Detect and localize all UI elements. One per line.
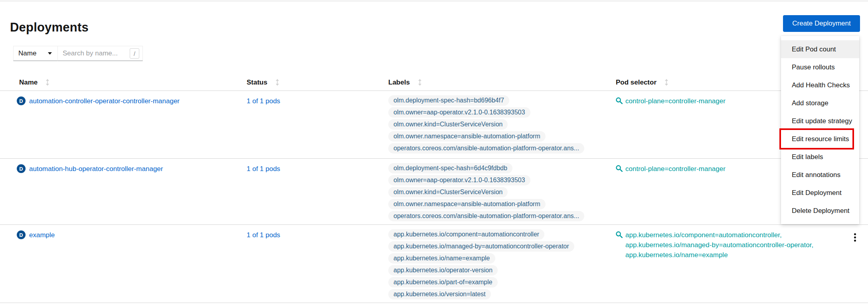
deployment-name-link[interactable]: automation-hub-operator-controller-manag…	[29, 164, 163, 174]
kebab-menu-icon[interactable]	[852, 231, 858, 244]
label-pill[interactable]: app.kubernetes.io/operator-version	[388, 265, 498, 275]
sort-icon	[275, 79, 279, 86]
pod-selector-cell: app.kubernetes.io/component=automationco…	[616, 230, 842, 260]
table-row: D example 1 of 1 pods app.kubernetes.io/…	[0, 225, 868, 303]
label-pill[interactable]: app.kubernetes.io/managed-by=automationc…	[388, 241, 574, 252]
search-icon	[616, 97, 623, 104]
sort-icon	[45, 79, 49, 86]
name-cell: D example	[0, 230, 247, 240]
menu-item-edit-labels[interactable]: Edit labels	[781, 148, 859, 166]
search-input[interactable]	[58, 49, 130, 57]
filter-type-dropdown[interactable]: Name	[13, 46, 58, 61]
create-deployment-button[interactable]: Create Deployment	[783, 15, 860, 32]
menu-item-edit-deployment[interactable]: Edit Deployment	[781, 184, 859, 202]
deployments-table: Name Status Labels Pod selector D	[0, 74, 868, 303]
name-cell: D automation-hub-operator-controller-man…	[0, 164, 247, 174]
label-pill[interactable]: olm.owner.kind=ClusterServiceVersion	[388, 187, 508, 197]
menu-item-edit-update-strategy[interactable]: Edit update strategy	[781, 112, 859, 130]
pod-selector-line: control-plane=controller-manager	[625, 96, 726, 106]
column-header-status[interactable]: Status	[247, 79, 388, 87]
table-row: D automation-controller-operator-control…	[0, 91, 868, 159]
label-pill[interactable]: operators.coreos.com/ansible-automation-…	[388, 211, 584, 221]
deployment-resource-icon: D	[17, 96, 26, 105]
pod-selector-line: app.kubernetes.io/name=example	[625, 250, 813, 260]
menu-item-delete-deployment[interactable]: Delete Deployment	[781, 202, 859, 220]
pod-selector-line: app.kubernetes.io/component=automationco…	[625, 230, 813, 240]
status-cell: 1 of 1 pods	[247, 164, 388, 174]
menu-item-edit-resource-limits[interactable]: Edit resource limits	[781, 130, 859, 148]
sort-icon	[664, 79, 668, 86]
column-header-name[interactable]: Name	[0, 79, 247, 87]
label-pill[interactable]: app.kubernetes.io/part-of=example	[388, 277, 498, 287]
menu-item-edit-pod-count[interactable]: Edit Pod count	[781, 40, 859, 58]
search-box: /	[58, 46, 143, 61]
label-pill[interactable]: operators.coreos.com/ansible-automation-…	[388, 143, 584, 153]
status-cell: 1 of 1 pods	[247, 230, 388, 240]
label-pill[interactable]: app.kubernetes.io/component=automationco…	[388, 229, 544, 240]
status-cell: 1 of 1 pods	[247, 96, 388, 106]
label-pill[interactable]: olm.owner.namespace=ansible-automation-p…	[388, 131, 546, 142]
pod-selector-line: control-plane=controller-manager	[625, 164, 726, 174]
sort-icon	[418, 79, 422, 86]
labels-cell: olm.deployment-spec-hash=6d4c9fdbdbolm.o…	[388, 163, 616, 221]
menu-item-pause-rollouts[interactable]: Pause rollouts	[781, 58, 859, 76]
search-icon	[616, 231, 623, 238]
table-header-row: Name Status Labels Pod selector	[0, 74, 868, 91]
search-icon	[616, 165, 623, 172]
labels-cell: app.kubernetes.io/component=automationco…	[388, 229, 616, 299]
pod-selector-line: app.kubernetes.io/managed-by=automationc…	[625, 240, 813, 250]
menu-item-add-health-checks[interactable]: Add Health Checks	[781, 76, 859, 94]
label-pill[interactable]: olm.owner=aap-operator.v2.1.0-0.16383935…	[388, 175, 530, 185]
pod-selector-link[interactable]: control-plane=controller-manager	[625, 96, 726, 106]
table-row: D automation-hub-operator-controller-man…	[0, 159, 868, 225]
deployment-resource-icon: D	[17, 230, 26, 239]
keyboard-shortcut-badge: /	[130, 48, 139, 59]
menu-item-add-storage[interactable]: Add storage	[781, 94, 859, 112]
name-cell: D automation-controller-operator-control…	[0, 96, 247, 106]
actions-cell	[842, 230, 868, 244]
menu-item-edit-annotations[interactable]: Edit annotations	[781, 166, 859, 184]
page-title: Deployments	[10, 20, 89, 35]
filter-type-label: Name	[18, 49, 36, 57]
label-pill[interactable]: olm.deployment-spec-hash=bd696b4f7	[388, 95, 509, 106]
label-pill[interactable]: olm.deployment-spec-hash=6d4c9fdbdb	[388, 163, 512, 173]
label-pill[interactable]: olm.owner=aap-operator.v2.1.0-0.16383935…	[388, 107, 530, 118]
top-divider	[0, 1, 868, 1]
pod-selector-link[interactable]: app.kubernetes.io/component=automationco…	[625, 230, 813, 260]
deployment-actions-menu: Edit Pod countPause rolloutsAdd Health C…	[781, 36, 859, 224]
label-pill[interactable]: olm.owner.kind=ClusterServiceVersion	[388, 119, 508, 130]
deployment-name-link[interactable]: example	[29, 230, 55, 240]
deployment-resource-icon: D	[17, 164, 26, 173]
deployment-name-link[interactable]: automation-controller-operator-controlle…	[29, 96, 180, 106]
column-header-labels[interactable]: Labels	[388, 79, 616, 87]
table-body: D automation-controller-operator-control…	[0, 91, 868, 303]
filter-toolbar: Name /	[13, 46, 143, 61]
labels-cell: olm.deployment-spec-hash=bd696b4f7olm.ow…	[388, 95, 616, 153]
pods-status-link[interactable]: 1 of 1 pods	[247, 97, 280, 105]
chevron-down-icon	[48, 52, 52, 55]
pods-status-link[interactable]: 1 of 1 pods	[247, 165, 280, 173]
pod-selector-link[interactable]: control-plane=controller-manager	[625, 164, 726, 174]
label-pill[interactable]: app.kubernetes.io/name=example	[388, 253, 495, 264]
label-pill[interactable]: olm.owner.namespace=ansible-automation-p…	[388, 199, 546, 209]
label-pill[interactable]: app.kubernetes.io/version=latest	[388, 289, 491, 299]
pods-status-link[interactable]: 1 of 1 pods	[247, 231, 280, 239]
